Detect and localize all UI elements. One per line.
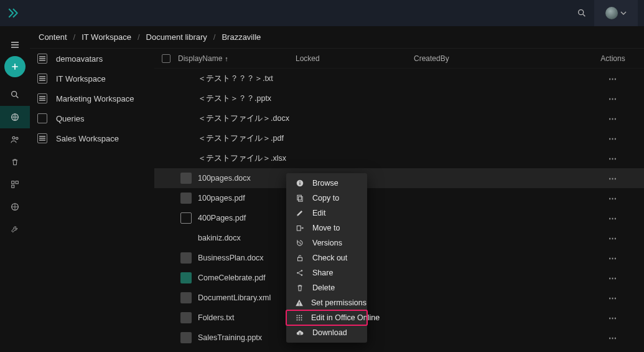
add-button[interactable] [4,56,26,77]
row-actions-button[interactable]: ⋯ [609,94,617,103]
rail-search-button[interactable] [0,83,30,106]
table-row[interactable]: DocumentLibrary.xml⋯ [154,288,644,308]
context-menu-item-browse[interactable]: Browse [286,176,367,191]
context-menu-label: Edit [312,209,326,217]
move-icon [295,224,305,232]
context-menu-item-edit[interactable]: Edit [286,206,367,221]
row-actions-button[interactable]: ⋯ [609,194,617,203]
warning-icon [295,298,304,307]
column-locked[interactable]: Locked [296,54,414,63]
user-menu[interactable] [594,0,638,26]
context-menu-item-check-out[interactable]: Check out [286,250,367,265]
svg-rect-22 [299,305,299,305]
app-logo[interactable] [6,6,20,20]
row-actions-button[interactable]: ⋯ [609,134,617,143]
rail-localization-button[interactable] [0,196,30,218]
row-actions-button[interactable]: ⋯ [609,254,617,263]
breadcrumb-part[interactable]: Content [39,32,67,42]
table-row[interactable]: ＜テスト＞？？.pptx⋯ [154,88,644,108]
context-menu-item-set-permissions[interactable]: Set permissions [286,295,367,310]
svg-point-26 [296,317,297,318]
breadcrumb-part[interactable]: IT Workspace [82,32,131,42]
search-icon [577,8,587,18]
table-row[interactable]: 400Pages.pdf⋯ [154,208,644,228]
file-thumbnail [180,332,192,343]
context-menu-item-share[interactable]: Share [286,265,367,280]
row-actions-button[interactable]: ⋯ [609,274,617,283]
header-search-button[interactable] [569,0,594,26]
file-list: ＜テスト？？？＞.txt⋯＜テスト＞？？.pptx⋯＜テストファイル＞.docx… [154,69,644,348]
edit-icon [295,209,305,217]
file-icon [180,153,192,164]
rail-widgets-button[interactable] [0,173,30,196]
row-actions-button[interactable]: ⋯ [609,74,617,83]
hamburger-button[interactable] [0,34,30,56]
rail-trash-button[interactable] [0,151,30,173]
context-menu-label: Share [312,269,333,277]
table-row[interactable]: ＜テストファイル＞.docx⋯ [154,108,644,128]
plus-icon [10,62,20,72]
app-header [0,0,644,26]
file-icon [180,113,192,124]
workspace-tree: demoavatars IT Workspace Marketing Works… [30,49,154,352]
context-menu-item-edit-in-office-online[interactable]: Edit in Office Online [286,310,367,325]
breadcrumb-part[interactable]: Document library [146,32,207,42]
table-row[interactable]: SalesTraining.pptx⋯ [154,328,644,348]
tree-item-it-workspace[interactable]: IT Workspace [30,69,154,88]
tree-item-sales-workspace[interactable]: Sales Workspace [30,128,154,148]
context-menu-label: Copy to [312,194,339,202]
file-thumbnail [180,292,192,303]
avatar [605,7,618,19]
file-thumbnail [180,272,192,283]
table-row[interactable]: ＜テストファイル＞.pdf⋯ [154,128,644,148]
row-actions-button[interactable]: ⋯ [609,234,617,243]
tree-item-demoavatars[interactable]: demoavatars [30,49,154,69]
table-row[interactable]: ＜テストファイル＞.xlsx⋯ [154,148,644,168]
file-name: ComeCelebrate.pdf [198,274,265,282]
table-row[interactable]: ＜テスト？？？＞.txt⋯ [154,69,644,88]
rail-setup-button[interactable] [0,218,30,240]
context-menu-item-delete[interactable]: Delete [286,280,367,295]
column-displayname[interactable]: DisplayName↑ [178,54,296,63]
svg-point-18 [297,272,299,274]
breadcrumb-part[interactable]: Brazzaville [222,32,261,42]
grid-icon [295,313,304,322]
tree-item-label: Queries [56,114,85,123]
context-menu-item-copy-to[interactable]: Copy to [286,191,367,206]
context-menu-item-move-to[interactable]: Move to [286,221,367,235]
svg-point-5 [12,136,15,139]
workspace-icon [37,54,47,64]
tree-item-label: IT Workspace [56,74,106,83]
row-actions-button[interactable]: ⋯ [609,333,617,343]
users-icon [10,135,20,145]
table-row[interactable]: Folders.txt⋯ [154,308,644,328]
context-menu-item-versions[interactable]: Versions [286,235,367,250]
rail-content-button[interactable] [0,106,30,128]
menu-icon [10,40,20,50]
context-menu-label: Move to [312,224,340,232]
select-all-checkbox[interactable] [162,54,170,63]
info-icon [295,179,305,188]
tree-item-marketing-workspace[interactable]: Marketing Workspace [30,88,154,108]
svg-point-28 [301,317,302,318]
svg-line-1 [583,14,585,16]
row-actions-button[interactable]: ⋯ [609,174,617,183]
table-row[interactable]: 100pages.docx⋯ [154,168,644,188]
file-thumbnail [180,252,192,264]
context-menu-item-download[interactable]: Download [286,325,367,340]
rail-users-button[interactable] [0,128,30,151]
column-createdby[interactable]: CreatedBy [414,54,582,63]
row-actions-button[interactable]: ⋯ [609,214,617,223]
folder-icon [37,113,47,123]
table-row[interactable]: ComeCelebrate.pdf⋯ [154,268,644,288]
row-actions-button[interactable]: ⋯ [609,114,617,123]
table-row[interactable]: BusinessPlan.docx⋯ [154,248,644,268]
svg-point-31 [301,319,302,320]
row-actions-button[interactable]: ⋯ [609,313,617,323]
row-actions-button[interactable]: ⋯ [609,293,617,303]
table-row[interactable]: bakiniz.docx⋯ [154,228,644,248]
table-row[interactable]: 100pages.pdf⋯ [154,188,644,208]
file-name: Folders.txt [198,313,234,322]
row-actions-button[interactable]: ⋯ [609,154,617,163]
tree-item-queries[interactable]: Queries [30,108,154,128]
